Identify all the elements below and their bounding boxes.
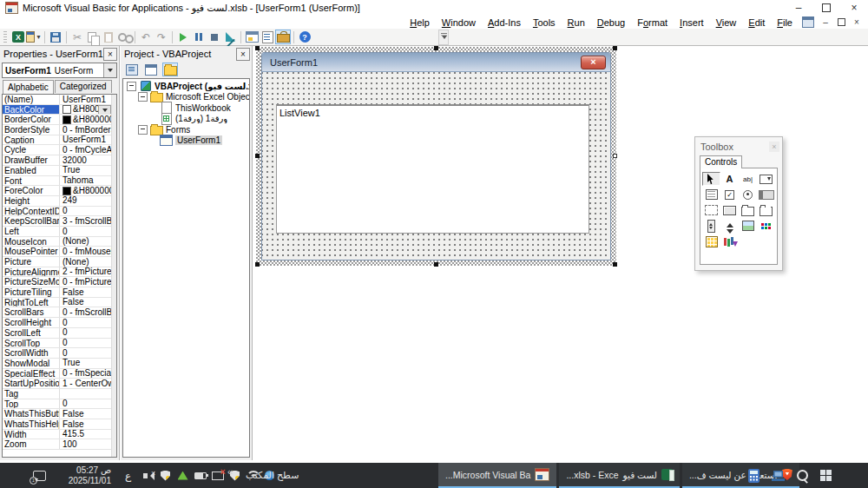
tab-categorized[interactable]: Categorized xyxy=(55,80,112,93)
taskbar-button-vba-window[interactable]: ...Microsoft Visual Ba xyxy=(438,463,556,488)
property-row[interactable]: FontTahoma xyxy=(3,176,116,187)
commandbutton-control-button[interactable] xyxy=(720,203,739,217)
shield-tray-icon[interactable] xyxy=(159,463,172,488)
desktop-toolbar-label[interactable]: سطح المكتب xyxy=(246,463,299,488)
menu-item-run[interactable]: Run xyxy=(562,17,591,28)
property-row[interactable]: ScrollTop0 xyxy=(3,339,116,349)
property-row[interactable]: PictureTilingFalse xyxy=(3,287,116,298)
taskbar-clock[interactable]: 05:27 ص 2025/11/01 xyxy=(56,463,111,488)
select-tool-button[interactable] xyxy=(702,172,720,186)
paste-button[interactable] xyxy=(101,30,116,44)
property-value[interactable]: &H8000000F& xyxy=(60,105,116,115)
multipage-control-button[interactable] xyxy=(757,203,775,217)
menu-item-format[interactable]: Format xyxy=(631,17,674,28)
property-row[interactable]: PictureSizeMode0 - fmPictureSizeModeClip xyxy=(3,277,116,287)
run-button[interactable] xyxy=(175,30,191,44)
userform-designer[interactable]: UserForm1 × ListView1 xyxy=(261,52,611,260)
taskbar-button-excel-window[interactable]: ...xlsb - Exceلست فيو xyxy=(559,463,680,488)
property-row[interactable]: Width415.5 xyxy=(3,430,116,440)
property-row[interactable]: EnabledTrue xyxy=(3,166,116,176)
tab-controls[interactable]: Controls xyxy=(700,155,742,168)
userform-titlebar[interactable]: UserForm1 × xyxy=(262,53,610,72)
menu-item-insert[interactable]: Insert xyxy=(674,17,710,28)
break-button[interactable] xyxy=(191,30,207,44)
property-value[interactable]: 0 - fmBorderStyleNone xyxy=(60,125,116,135)
toolbox-titlebar[interactable]: Toolbox × xyxy=(695,137,782,155)
properties-close-button[interactable]: × xyxy=(103,48,117,61)
property-value[interactable]: (None) xyxy=(60,257,116,267)
combobox-control-button[interactable] xyxy=(757,172,775,186)
property-value[interactable]: 3 - fmScrollBarsBoth xyxy=(60,216,116,226)
properties-window-button[interactable] xyxy=(260,30,275,44)
menu-item-debug[interactable]: Debug xyxy=(591,17,631,28)
property-row[interactable]: ScrollLeft0 xyxy=(3,328,116,339)
property-row[interactable]: Zoom100 xyxy=(3,439,116,450)
properties-scrollbar[interactable] xyxy=(111,95,116,457)
menu-item-file[interactable]: File xyxy=(771,17,799,28)
minimize-button[interactable]: – xyxy=(785,0,812,16)
tree-expander-icon[interactable] xyxy=(138,92,148,102)
property-row[interactable]: RightToLeftFalse xyxy=(3,298,116,308)
property-row[interactable]: Cycle0 - fmCycleAllForms xyxy=(3,145,116,155)
userform-close-button[interactable]: × xyxy=(581,56,606,69)
designer-selection-frame[interactable]: UserForm1 × ListView1 xyxy=(256,47,616,266)
image-control-button[interactable] xyxy=(739,219,757,233)
property-value[interactable] xyxy=(60,389,116,399)
project-explorer-button[interactable] xyxy=(244,30,260,44)
menu-item-help[interactable]: Help xyxy=(404,17,436,28)
battery-tray-icon[interactable] xyxy=(194,463,207,488)
property-value[interactable]: False xyxy=(60,419,116,429)
property-value[interactable]: 0 xyxy=(60,328,116,338)
mdi-restore-button[interactable] xyxy=(833,16,849,28)
tab-alphabetic[interactable]: Alphabetic xyxy=(3,80,54,94)
tray-overflow-chevron[interactable]: « xyxy=(227,458,233,484)
property-value[interactable]: 0 xyxy=(60,339,116,348)
property-row[interactable]: MousePointer0 - fmMousePointerDefault xyxy=(3,247,116,257)
mdi-close-button[interactable]: × xyxy=(849,16,865,28)
insert-userform-button[interactable]: ▼ xyxy=(26,30,42,44)
property-row[interactable]: BackColor&H8000000F& xyxy=(3,105,116,115)
restore-button[interactable] xyxy=(812,0,840,16)
optionbutton-control-button[interactable] xyxy=(739,188,757,201)
property-value[interactable]: UserForm1 xyxy=(60,135,116,145)
taskview-icon[interactable] xyxy=(772,471,785,481)
property-row[interactable]: ScrollWidth0 xyxy=(3,348,116,359)
menu-item-edit[interactable]: Edit xyxy=(742,17,771,28)
property-row[interactable]: ForeColor&H80000012& xyxy=(3,186,116,196)
property-value[interactable]: False xyxy=(60,287,116,297)
design-mode-button[interactable] xyxy=(222,30,238,44)
mdi-minimize-button[interactable]: – xyxy=(818,16,833,28)
tree-node-microsoft-excel-objects[interactable]: Microsoft Excel Objects xyxy=(123,92,249,103)
tree-node-userform1[interactable]: UserForm1 xyxy=(123,135,249,147)
property-row[interactable]: PictureAlignment2 - fmPictureAlignmentCe… xyxy=(3,267,116,278)
property-value[interactable]: 0 xyxy=(60,318,116,327)
resize-handle-top-right[interactable] xyxy=(613,46,617,50)
property-row[interactable]: CaptionUserForm1 xyxy=(3,135,116,146)
property-value[interactable]: 249 xyxy=(60,196,116,206)
scrollbar-control-button[interactable] xyxy=(702,219,720,233)
tabstrip-control-button[interactable] xyxy=(739,203,757,217)
resize-handle-bottom-mid[interactable] xyxy=(434,262,438,267)
redo-button[interactable]: ↷ xyxy=(154,30,169,44)
property-value[interactable]: &H80000012& xyxy=(60,115,116,124)
menu-item-add-ins[interactable]: Add-Ins xyxy=(482,17,527,28)
tree-expander-icon[interactable] xyxy=(138,125,148,135)
property-value[interactable]: 415.5 xyxy=(60,430,116,439)
menu-item-view[interactable]: View xyxy=(710,17,743,28)
textbox-control-button[interactable]: ab| xyxy=(739,172,757,186)
property-value[interactable]: True xyxy=(60,359,116,368)
property-row[interactable]: WhatsThisHelpFalse xyxy=(3,419,116,430)
object-selector-arrow-icon[interactable] xyxy=(103,63,116,77)
userform-client-area[interactable]: ListView1 xyxy=(262,72,610,260)
property-value[interactable]: 2 - fmPictureAlignmentCenter xyxy=(60,267,116,277)
help-button[interactable]: ? xyxy=(297,30,312,44)
action-center-button[interactable] xyxy=(33,463,46,488)
property-value[interactable]: (None) xyxy=(60,237,116,247)
copy-button[interactable] xyxy=(85,30,101,44)
save-button[interactable] xyxy=(48,30,63,44)
toggle-folders-button[interactable] xyxy=(162,63,178,76)
property-value[interactable]: 0 - fmSpecialEffectFlat xyxy=(60,369,116,379)
property-value[interactable]: 0 xyxy=(60,207,116,216)
display-x-tray-icon[interactable] xyxy=(211,463,224,488)
value-dropdown-button[interactable] xyxy=(98,105,111,115)
